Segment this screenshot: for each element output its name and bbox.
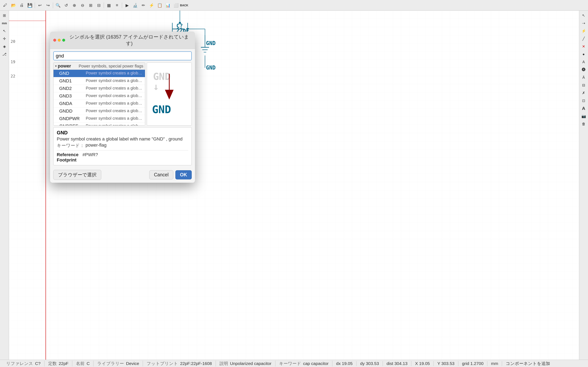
rsidebar-x-btn[interactable]: ✕ bbox=[580, 43, 587, 50]
sidebar-cross-btn[interactable]: ✛ bbox=[1, 35, 8, 42]
sidebar-cursor-btn[interactable]: ↖ bbox=[1, 27, 8, 35]
toolbar-zoomarea-btn[interactable]: ⊟ bbox=[95, 2, 103, 9]
rsidebar-wire-btn[interactable]: ╱ bbox=[580, 35, 587, 42]
rsidebar-netlabel-btn[interactable]: Ä bbox=[580, 74, 587, 81]
rsidebar-power-btn[interactable]: ⚡ bbox=[580, 27, 587, 35]
status-desc-label: 説明 bbox=[219, 361, 228, 366]
toolbar-run-btn[interactable]: ▶ bbox=[123, 2, 131, 9]
browse-button[interactable]: ブラウザーで選択 bbox=[53, 170, 101, 180]
gnd-label-2: GND bbox=[206, 65, 216, 71]
maximize-btn[interactable] bbox=[62, 39, 65, 42]
right-sidebar: ↖ ⇢ ⚡ ╱ ✕ ● A 🅐 Ä ⊟ ✗ ⊡ A 📷 🗑 bbox=[579, 11, 588, 360]
item-name: GND bbox=[59, 71, 86, 76]
cancel-button[interactable]: Cancel bbox=[149, 170, 173, 179]
list-item-gnda[interactable]: GNDAPower symbol creates a global label … bbox=[53, 100, 145, 108]
status-name: 名前 C bbox=[72, 361, 94, 366]
toolbar-back-btn[interactable]: BACK bbox=[181, 2, 188, 9]
toolbar-open-btn[interactable]: 📂 bbox=[10, 2, 17, 9]
rsidebar-label-btn[interactable]: 🅐 bbox=[580, 66, 587, 73]
status-desc-value: Unpolarized capacitor bbox=[230, 361, 271, 366]
rsidebar-trash-btn[interactable]: 🗑 bbox=[580, 120, 587, 128]
rsidebar-dot-btn[interactable]: ● bbox=[580, 50, 587, 58]
library-section-desc: Power symbols, special power flags bbox=[79, 64, 143, 68]
rsidebar-bus-btn[interactable]: ⊟ bbox=[580, 82, 587, 89]
toolbar-sep1 bbox=[35, 2, 35, 8]
symbol-list-pane[interactable]: ▾ power Power symbols, special power fla… bbox=[53, 62, 145, 125]
list-item-gnd1[interactable]: GND1Power symbol creates a global label … bbox=[53, 77, 145, 85]
toolbar-find-btn[interactable]: 🔍 bbox=[54, 2, 62, 9]
list-item-gnd[interactable]: GNDPower symbol creates a global label w… bbox=[53, 70, 145, 77]
item-desc: Power symbol creates a global label with… bbox=[86, 78, 143, 83]
toolbar-bom-btn[interactable]: 📊 bbox=[164, 2, 172, 9]
status-library-value: Device bbox=[126, 361, 139, 366]
list-item-gndref[interactable]: GNDREFPower symbol creates a global labe… bbox=[53, 123, 145, 125]
top-toolbar: 🖊 📂 🖨 💾 ↩ ↪ 🔍 ↺ ⊕ ⊖ ⊞ ⊟ ▦ ≡ ▶ 🔬 ✏ ⚡ 📋 📊 … bbox=[0, 0, 588, 11]
sidebar-add-btn[interactable]: ◈ bbox=[1, 43, 8, 50]
rsidebar-camera-btn[interactable]: 📷 bbox=[580, 113, 587, 120]
toolbar-new-btn[interactable]: 🖊 bbox=[2, 2, 9, 9]
svg-text:GND: GND bbox=[153, 71, 171, 82]
toolbar-footprint-btn[interactable]: ⬜ bbox=[172, 2, 180, 9]
ok-cancel-group: Cancel OK bbox=[149, 170, 192, 179]
search-input[interactable] bbox=[53, 51, 192, 60]
sidebar-route-btn[interactable]: ⎇ bbox=[1, 50, 8, 58]
toolbar-redo-btn[interactable]: ↪ bbox=[44, 2, 52, 9]
toolbar-zoomin-btn[interactable]: ⊕ bbox=[71, 2, 78, 9]
close-btn[interactable] bbox=[53, 39, 56, 42]
status-ref-label: リファレンス bbox=[6, 361, 33, 366]
item-name: GNDREF bbox=[59, 124, 86, 125]
item-name: GNDA bbox=[59, 101, 86, 106]
item-desc: Power symbol creates a global label with… bbox=[86, 116, 143, 121]
toolbar-print-btn[interactable]: 🖨 bbox=[18, 2, 25, 9]
list-item-gnd2[interactable]: GND2Power symbol creates a global label … bbox=[53, 85, 145, 92]
toolbar-grid-btn[interactable]: ▦ bbox=[105, 2, 112, 9]
toolbar-annotate-btn[interactable]: ✏ bbox=[140, 2, 147, 9]
preview-pane: GND ↓ GND bbox=[147, 62, 192, 125]
preview-svg: GND ↓ GND bbox=[147, 63, 191, 125]
dialog-title: シンボルを選択 (16357 アイテムがロードされています) bbox=[67, 34, 192, 47]
status-library-label: ライブラリー bbox=[97, 361, 124, 366]
rsidebar-noconn-btn[interactable]: ✗ bbox=[580, 89, 587, 97]
status-footprint-value: 22pF:22pF-1608 bbox=[180, 361, 212, 366]
info-divider bbox=[57, 150, 188, 150]
toolbar-erc-btn[interactable]: ⚡ bbox=[148, 2, 155, 9]
rsidebar-route-btn[interactable]: ⇢ bbox=[580, 20, 587, 27]
item-name: GND3 bbox=[59, 93, 86, 99]
status-keyword-label: キーワード bbox=[279, 361, 301, 366]
item-desc: Power symbol creates a global label with… bbox=[86, 124, 143, 125]
info-name: GND bbox=[57, 130, 188, 136]
toolbar-refresh-btn[interactable]: ↺ bbox=[62, 2, 70, 9]
sidebar-grid-btn[interactable]: ⊞ bbox=[1, 12, 8, 19]
rsidebar-bigtext-btn[interactable]: A bbox=[580, 105, 587, 112]
status-footprint-label: フットプリント bbox=[147, 361, 178, 366]
status-count-value: 22pF bbox=[59, 361, 69, 366]
sidebar-mm-btn[interactable]: mm bbox=[1, 20, 8, 27]
toolbar-inspect-btn[interactable]: 🔬 bbox=[131, 2, 139, 9]
rsidebar-text-btn[interactable]: A bbox=[580, 58, 587, 66]
info-keyword-value: power-flag bbox=[86, 142, 107, 149]
info-footprint-row: Footprint bbox=[57, 157, 188, 163]
toolbar-save-btn[interactable]: 💾 bbox=[26, 2, 34, 9]
toolbar-zoomout-btn[interactable]: ⊖ bbox=[79, 2, 86, 9]
rsidebar-select-btn[interactable]: ⊡ bbox=[580, 97, 587, 104]
gnd-label-1: GND bbox=[206, 40, 216, 46]
info-description: Power symbol creates a global label with… bbox=[57, 136, 188, 142]
status-footprint: フットプリント 22pF:22pF-1608 bbox=[143, 361, 216, 366]
ok-button[interactable]: OK bbox=[175, 170, 192, 179]
reference-label: Reference bbox=[57, 152, 79, 157]
list-item-gndpwr[interactable]: GNDPWRPower symbol creates a global labe… bbox=[53, 115, 145, 123]
symbol-select-dialog: シンボルを選択 (16357 アイテムがロードされています) ▾ power P… bbox=[50, 32, 195, 183]
status-bar: リファレンス C? 定数 22pF 名前 C ライブラリー Device フット… bbox=[0, 360, 588, 367]
item-desc: Power symbol creates a global label with… bbox=[86, 86, 143, 91]
toolbar-undo-btn[interactable]: ↩ bbox=[36, 2, 43, 9]
toolbar-zoomfit-btn[interactable]: ⊞ bbox=[87, 2, 94, 9]
rsidebar-cursor-btn[interactable]: ↖ bbox=[580, 12, 587, 19]
minimize-btn[interactable] bbox=[58, 39, 61, 42]
library-section-header[interactable]: ▾ power Power symbols, special power fla… bbox=[53, 63, 145, 70]
toolbar-net-btn[interactable]: ≡ bbox=[113, 2, 121, 9]
toolbar-netlist-btn[interactable]: 📋 bbox=[156, 2, 163, 9]
items-container: GNDPower symbol creates a global label w… bbox=[53, 70, 145, 125]
list-item-gnd3[interactable]: GND3Power symbol creates a global label … bbox=[53, 92, 145, 100]
list-item-gndd[interactable]: GNDDPower symbol creates a global label … bbox=[53, 108, 145, 115]
info-keyword-row: キーワード： power-flag bbox=[57, 142, 188, 149]
